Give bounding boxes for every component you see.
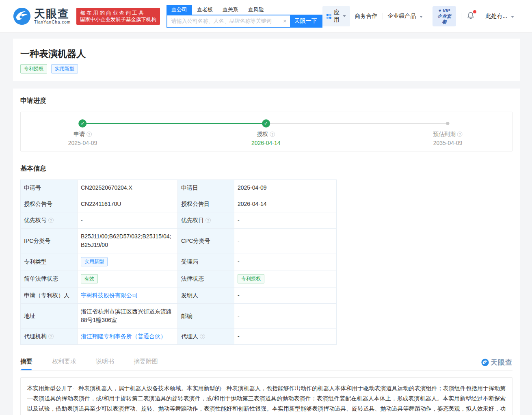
field-value: 2025-04-09 [234,180,337,196]
top-navigation-bar: 天眼查 TianYanCha.com 都在用的商业查询工具 国家中小企业发展子基… [0,0,532,32]
page-content: 一种表演机器人 专利授权 实用新型 申请进度 ✓ 申请? 2025-04-09 … [0,32,532,415]
brand-domain: TianYanCha.com [34,20,71,24]
field-label: 优先权日 [181,217,204,223]
field-value: - [234,329,337,345]
tianyancha-watermark-icon [481,359,489,366]
granted-status-tag: 专利授权 [238,274,264,283]
search-input[interactable] [167,15,280,27]
brand-name: 天眼查 [34,8,71,19]
valid-status-tag: 有效 [81,274,98,283]
help-icon[interactable]: ? [48,334,54,339]
help-icon[interactable]: ? [87,132,92,137]
tab-claims[interactable]: 权利要求 [52,358,76,370]
field-label: 申请日 [178,180,234,196]
help-icon[interactable]: ? [457,132,463,137]
search-tab-company[interactable]: 查公司 [167,5,192,15]
utility-model-tag: 实用新型 [81,257,108,266]
field-label: 专利类型 [21,253,78,270]
field-value: - [234,229,337,253]
patent-tags: 专利授权 实用新型 [20,64,513,73]
field-value: - [234,253,337,270]
vip-package-button[interactable]: ♥ VIP 企业套餐 [433,6,456,26]
field-label: 代理机构 [24,333,47,339]
agency-link[interactable]: 浙江翔隆专利事务所（普通合伙） [81,333,166,339]
field-value: - [78,212,178,229]
application-progress-timeline: ✓ 申请? 2025-04-09 ✓ 授权? 2026-04-14 预估到期? … [20,112,513,151]
help-icon[interactable]: ? [48,218,54,223]
abstract-text: 本实用新型公开了一种表演机器人，属于机器人设备技术领域。本实用新型的一种表演机器… [27,383,506,415]
business-cooperation-link[interactable]: 商务合作 [355,13,378,20]
field-label: 邮编 [178,304,234,329]
search-button[interactable]: 天眼一下 [290,15,322,27]
field-value: - [234,212,337,229]
slogan-line2: 国家中小企业发展子基金旗下机构 [80,16,156,23]
search-block: 查公司 查老板 查关系 查风险 × 天眼一下 [167,5,322,28]
tag-patent-granted: 专利授权 [20,64,47,73]
field-value: CN202520670204.X [78,180,178,196]
field-label: 受理局 [178,253,234,270]
patent-title: 一种表演机器人 [20,48,513,60]
help-icon[interactable]: ? [200,334,205,339]
patent-title-card: 一种表演机器人 专利授权 实用新型 [13,39,520,81]
applicant-company-link[interactable]: 宇树科技股份有限公司 [81,292,138,298]
tianyancha-watermark: 天眼查 [481,358,513,367]
notifications-button[interactable] [467,11,475,21]
search-bar: × 天眼一下 [167,15,322,28]
apps-menu-button[interactable]: 应用 [322,6,350,26]
field-label: 发明人 [178,287,234,304]
field-value: - [234,304,337,329]
clear-search-icon[interactable]: × [280,17,290,24]
field-label: 授权公告日 [178,196,234,212]
step-label: 授权 [257,131,268,137]
basic-info-table: 申请号 CN202520670204.X 申请日 2025-04-09 授权公告… [20,179,337,345]
enterprise-products-menu[interactable]: 企业级产品 [387,13,423,20]
table-row: 申请号 CN202520670204.X 申请日 2025-04-09 [21,180,337,196]
table-row: 代理机构? 浙江翔隆专利事务所（普通合伙） 代理人? - [21,329,337,345]
search-tab-boss[interactable]: 查老板 [192,5,218,15]
detail-tabs: 摘要 权利要求 说明书 摘要附图 天眼查 [20,358,513,371]
help-icon[interactable]: ? [205,218,211,223]
table-row: 简单法律状态 有效 法律状态 专利授权 [21,270,337,287]
header-nav: 应用 商务合作 企业级产品 ♥ VIP 企业套餐 此处有... [322,6,519,26]
slogan-line1: 都在用的商业查询工具 [80,10,156,16]
field-label: 优先权号 [24,217,47,223]
step-date: 2026-04-14 [251,140,281,146]
table-row: 优先权号? - 优先权日? - [21,212,337,229]
help-icon[interactable]: ? [270,132,275,137]
watermark-text: 天眼查 [491,358,513,367]
apps-label: 应用 [334,9,341,24]
active-tab-underline [21,369,32,370]
table-row: 申请（专利权）人 宇树科技股份有限公司 发明人 - [21,287,337,304]
notification-badge [473,10,476,13]
apps-grid-icon [327,14,331,19]
abstract-panel: 本实用新型公开了一种表演机器人，属于机器人设备技术领域。本实用新型的一种表演机器… [20,377,513,415]
field-value: B25J11/00;B62D57/032;B25J15/04;B25J19/00 [78,229,178,253]
table-row: IPC分类号 B25J11/00;B62D57/032;B25J15/04;B2… [21,229,337,253]
search-tab-relation[interactable]: 查关系 [218,5,243,15]
field-label: 法律状态 [178,270,234,287]
field-label: CPC分类号 [178,229,234,253]
timeline-segment-done [82,123,266,124]
pending-dot-icon [446,122,449,125]
step-date: 2035-04-09 [433,140,463,146]
timeline-step-application: ✓ 申请? 2025-04-09 [68,119,97,146]
field-value: CN224116170U [78,196,178,212]
slogan-badge: 都在用的商业查询工具 国家中小企业发展子基金旗下机构 [76,8,160,25]
table-row: 授权公告号 CN224116170U 授权公告日 2026-04-14 [21,196,337,212]
timeline-segment-pending [266,123,448,124]
step-label: 预估到期 [433,131,456,137]
chevron-down-icon [343,15,346,17]
search-tab-risk[interactable]: 查风险 [243,5,269,15]
tab-abstract[interactable]: 摘要 [20,358,32,370]
field-label: IPC分类号 [21,229,78,253]
account-menu[interactable]: 此处有... [485,13,514,20]
search-category-tabs: 查公司 查老板 查关系 查风险 [167,5,322,15]
tianyancha-logo[interactable]: 天眼查 TianYanCha.com [13,7,71,25]
tab-abstract-figure[interactable]: 摘要附图 [134,358,158,370]
field-value: 2026-04-14 [234,196,337,212]
step-label: 申请 [74,131,85,137]
enterprise-products-label: 企业级产品 [387,13,416,19]
field-label: 申请（专利权）人 [21,287,78,304]
field-value: 浙江省杭州市滨江区西兴街道东流路88号1幢306室 [78,304,178,329]
tab-description[interactable]: 说明书 [96,358,114,370]
